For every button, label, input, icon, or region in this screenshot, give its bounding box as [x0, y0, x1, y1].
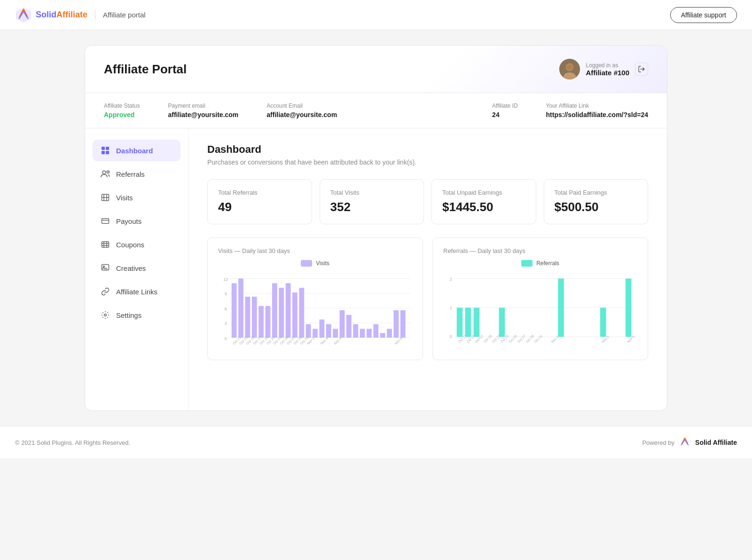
- svg-rect-41: [286, 283, 291, 338]
- header-subtitle: Affiliate portal: [103, 11, 146, 19]
- svg-rect-19: [102, 265, 109, 270]
- logo-text: SolidAffiliate: [36, 10, 87, 20]
- powered-by-label: Powered by: [642, 439, 674, 446]
- stat-referrals-label: Total Referrals: [218, 189, 301, 196]
- svg-point-20: [103, 266, 105, 268]
- sidebar-item-affiliate-links[interactable]: Affiliate Links: [93, 281, 180, 302]
- svg-point-22: [104, 314, 107, 316]
- logo-icon: [15, 7, 32, 24]
- copyright: © 2021 Solid Plugins. All Rights Reserve…: [15, 439, 130, 446]
- sidebar-coupons-label: Coupons: [116, 241, 144, 249]
- portal-title: Affiliate Portal: [104, 62, 187, 77]
- affiliate-link-group: Your Affiliate Link https://solidaffilia…: [546, 103, 648, 118]
- logout-icon[interactable]: [635, 63, 648, 76]
- sidebar-visits-label: Visits: [116, 194, 133, 202]
- svg-text:Oct 21: Oct 21: [492, 334, 501, 344]
- svg-rect-35: [245, 297, 250, 338]
- stat-visits-value: 352: [330, 200, 414, 214]
- svg-rect-40: [279, 288, 284, 338]
- svg-rect-47: [326, 324, 331, 338]
- affiliate-link-label: Your Affiliate Link: [546, 103, 648, 109]
- sidebar: Dashboard Referrals: [85, 128, 188, 410]
- sidebar-payouts-label: Payouts: [116, 217, 141, 225]
- svg-text:Oct 27: Oct 27: [517, 334, 526, 344]
- svg-text:Oct 25: Oct 25: [509, 334, 518, 344]
- visits-legend-box: [301, 260, 312, 267]
- footer: © 2021 Solid Plugins. All Rights Reserve…: [0, 426, 752, 458]
- stat-referrals-value: 49: [218, 200, 301, 214]
- svg-rect-37: [258, 306, 264, 338]
- payouts-icon: [100, 216, 110, 226]
- svg-rect-51: [353, 324, 358, 338]
- svg-rect-36: [252, 297, 257, 338]
- svg-rect-42: [292, 292, 298, 338]
- svg-text:9: 9: [225, 292, 227, 296]
- dashboard-subtitle: Purchases or conversions that have been …: [207, 158, 648, 166]
- sidebar-item-dashboard[interactable]: Dashboard: [93, 140, 180, 161]
- header: SolidAffiliate Affiliate portal Affiliat…: [0, 0, 752, 30]
- referrals-chart-title: Referrals — Daily last 30 days: [443, 247, 637, 254]
- header-left: SolidAffiliate Affiliate portal: [15, 7, 146, 24]
- referrals-chart-card: Referrals — Daily last 30 days Referrals…: [432, 237, 648, 360]
- svg-rect-49: [340, 310, 345, 338]
- sidebar-item-settings[interactable]: Settings: [93, 304, 180, 326]
- svg-point-10: [102, 171, 106, 174]
- dashboard-title: Dashboard: [207, 143, 648, 156]
- sidebar-item-referrals[interactable]: Referrals: [93, 163, 180, 185]
- svg-text:Nov 4: Nov 4: [320, 337, 329, 346]
- avatar: [559, 59, 580, 79]
- affiliate-id-value: 24: [492, 111, 517, 118]
- stat-card-referrals: Total Referrals 49: [207, 179, 312, 224]
- stats-row: Total Referrals 49 Total Visits 352 Tota…: [207, 179, 648, 224]
- svg-text:0: 0: [450, 334, 452, 339]
- affiliate-link-value: https://solidaffiliate.com/?sld=24: [546, 111, 648, 118]
- svg-text:2: 2: [450, 277, 452, 282]
- portal-header: Affiliate Portal Logged in as Affiliate …: [85, 46, 667, 93]
- stat-unpaid-value: $1445.50: [442, 200, 525, 214]
- referrals-legend-box: [521, 260, 533, 267]
- coupons-icon: [100, 239, 110, 250]
- sidebar-item-creatives[interactable]: Creatives: [93, 257, 180, 279]
- content-area: Dashboard Referrals: [85, 128, 667, 410]
- referrals-legend-label: Referrals: [536, 260, 559, 267]
- account-email-value: affiliate@yoursite.com: [266, 111, 337, 118]
- account-email-group: Account Email affiliate@yoursite.com: [266, 103, 337, 118]
- referrals-icon: [100, 169, 110, 179]
- stat-paid-value: $500.50: [555, 200, 638, 214]
- account-email-label: Account Email: [266, 103, 337, 109]
- svg-rect-83: [499, 308, 505, 337]
- svg-rect-84: [558, 278, 564, 337]
- svg-rect-46: [319, 320, 324, 338]
- affiliate-name: Affiliate #100: [586, 69, 629, 77]
- svg-rect-34: [238, 278, 243, 338]
- sidebar-item-visits[interactable]: Visits: [93, 187, 180, 208]
- stat-card-paid: Total Paid Earnings $500.50: [544, 179, 649, 224]
- payment-email-label: Payment email: [168, 103, 239, 109]
- stat-paid-label: Total Paid Earnings: [555, 189, 638, 196]
- svg-text:Nov 6: Nov 6: [333, 337, 342, 346]
- affiliate-support-button[interactable]: Affiliate support: [670, 7, 737, 23]
- svg-rect-33: [232, 283, 237, 338]
- svg-rect-52: [360, 329, 365, 338]
- affiliate-id-label: Affiliate ID: [492, 103, 517, 109]
- affiliate-links-icon: [100, 286, 110, 297]
- svg-rect-44: [306, 324, 311, 338]
- svg-rect-81: [465, 308, 471, 337]
- sidebar-settings-label: Settings: [116, 311, 141, 319]
- sidebar-item-payouts[interactable]: Payouts: [93, 210, 180, 232]
- main-panel: Dashboard Purchases or conversions that …: [188, 128, 667, 410]
- sidebar-affiliate-links-label: Affiliate Links: [116, 288, 157, 296]
- svg-rect-45: [313, 329, 318, 338]
- svg-rect-6: [102, 147, 105, 150]
- svg-rect-80: [457, 308, 463, 337]
- visits-chart-card: Visits — Daily last 30 days Visits 12 9 …: [207, 237, 423, 360]
- visits-chart-svg-wrap: 12 9 6 3 0: [218, 272, 412, 350]
- referrals-chart-svg-wrap: 2 1 0: [443, 272, 637, 350]
- sidebar-item-coupons[interactable]: Coupons: [93, 234, 180, 255]
- payment-email-value: affiliate@yoursite.com: [168, 111, 239, 118]
- svg-text:12: 12: [223, 277, 228, 282]
- svg-rect-38: [266, 306, 271, 338]
- svg-text:Nov 2: Nov 2: [550, 335, 559, 344]
- svg-rect-39: [272, 283, 277, 338]
- svg-text:0: 0: [225, 336, 227, 341]
